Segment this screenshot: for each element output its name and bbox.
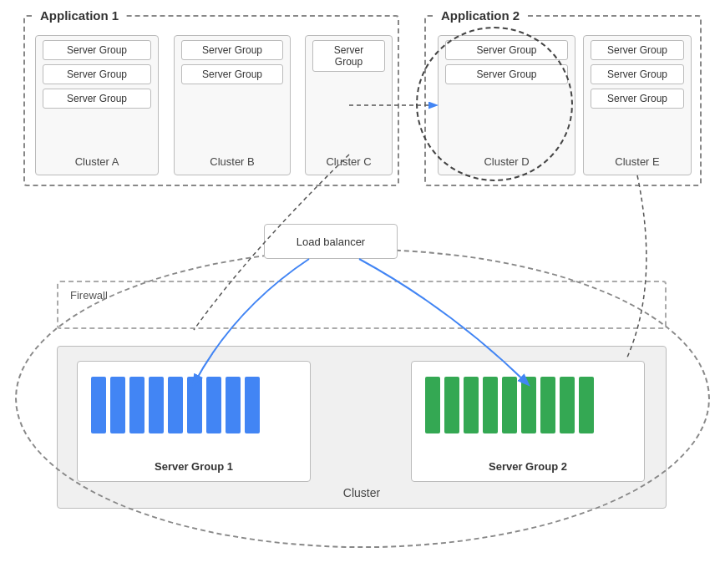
cluster-a-sg2: Server Group <box>43 64 151 84</box>
diagram-container: Application 1 Server Group Server Group … <box>0 0 725 588</box>
cluster-c-sg1: Server Group <box>312 40 385 72</box>
cluster-b-box: Server Group Server Group Cluster B <box>174 35 291 175</box>
load-balancer-label: Load balancer <box>297 236 365 248</box>
app1-label: Application 1 <box>35 8 124 23</box>
cluster-b-label: Cluster B <box>175 155 290 168</box>
cluster-e-label: Cluster E <box>584 155 691 168</box>
cluster-b-sg2: Server Group <box>181 64 283 84</box>
cluster-d-circle <box>416 27 573 181</box>
cluster-a-sg3: Server Group <box>43 89 151 109</box>
large-ellipse <box>15 249 710 548</box>
app2-label: Application 2 <box>436 8 525 23</box>
cluster-e-sg1: Server Group <box>591 40 684 60</box>
cluster-a-sg1: Server Group <box>43 40 151 60</box>
cluster-c-label: Cluster C <box>306 155 392 168</box>
load-balancer-box: Load balancer <box>264 224 398 259</box>
cluster-e-box: Server Group Server Group Server Group C… <box>583 35 692 175</box>
cluster-c-box: Server Group Cluster C <box>305 35 393 175</box>
cluster-a-box: Server Group Server Group Server Group C… <box>35 35 159 175</box>
cluster-e-sg2: Server Group <box>591 64 684 84</box>
cluster-e-sg3: Server Group <box>591 89 684 109</box>
cluster-a-label: Cluster A <box>36 155 158 168</box>
cluster-b-sg1: Server Group <box>181 40 283 60</box>
